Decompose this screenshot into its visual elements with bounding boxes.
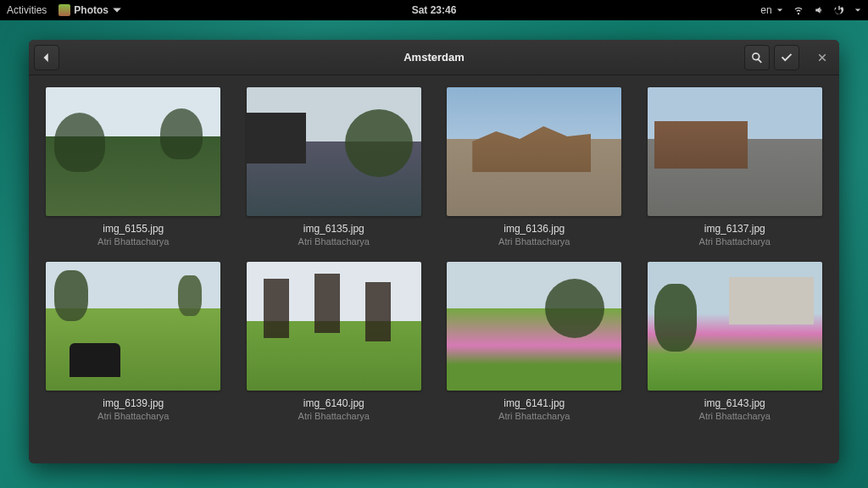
photo-item: img_6136.jpg Atri Bhattacharya [445, 87, 624, 247]
search-icon [751, 52, 763, 64]
checkmark-icon [781, 52, 793, 64]
chevron-down-icon [112, 5, 122, 15]
search-button[interactable] [744, 45, 770, 70]
window-headerbar: Amsterdam [29, 40, 839, 75]
photo-filename: img_6143.jpg [704, 397, 765, 409]
photo-filename: img_6137.jpg [704, 223, 765, 235]
photo-thumbnail[interactable] [247, 262, 421, 391]
volume-icon[interactable] [814, 5, 824, 15]
photo-filename: img_6140.jpg [303, 397, 364, 409]
photo-item: img_6139.jpg Atri Bhattacharya [44, 262, 223, 421]
photos-app-icon [58, 4, 70, 16]
select-button[interactable] [774, 45, 799, 70]
photo-item: img_6141.jpg Atri Bhattacharya [445, 262, 624, 421]
photo-author: Atri Bhattacharya [498, 411, 570, 421]
photo-filename: img_6136.jpg [504, 223, 565, 235]
photo-item: img_6137.jpg Atri Bhattacharya [646, 87, 825, 247]
system-topbar: Activities Photos Sat 23:46 en [0, 0, 868, 20]
photo-author: Atri Bhattacharya [699, 411, 771, 421]
photo-author: Atri Bhattacharya [298, 236, 370, 247]
close-button[interactable] [810, 46, 834, 69]
back-button[interactable] [34, 45, 59, 70]
activities-button[interactable]: Activities [7, 4, 47, 16]
app-menu-label: Photos [74, 4, 108, 16]
power-icon[interactable] [834, 5, 844, 15]
photo-item: img_6155.jpg Atri Bhattacharya [44, 87, 223, 247]
keyboard-lang-indicator[interactable]: en [760, 4, 783, 16]
close-icon [817, 53, 827, 63]
photos-window: Amsterdam img_6155.jpg Atri Bhattacharya… [29, 40, 839, 463]
app-menu[interactable]: Photos [58, 4, 122, 16]
photo-author: Atri Bhattacharya [298, 411, 370, 421]
photo-filename: img_6139.jpg [103, 397, 164, 409]
photo-filename: img_6135.jpg [303, 223, 364, 235]
photo-author: Atri Bhattacharya [699, 236, 771, 247]
clock[interactable]: Sat 23:46 [412, 4, 457, 16]
photo-item: img_6140.jpg Atri Bhattacharya [245, 262, 424, 421]
photo-thumbnail[interactable] [46, 262, 220, 391]
photo-author: Atri Bhattacharya [498, 236, 570, 247]
chevron-left-icon [41, 52, 53, 64]
photo-grid-scroll[interactable]: img_6155.jpg Atri Bhattacharya img_6135.… [29, 75, 839, 463]
chevron-down-icon [776, 7, 783, 14]
photo-thumbnail[interactable] [46, 87, 220, 216]
photo-grid: img_6155.jpg Atri Bhattacharya img_6135.… [44, 87, 824, 421]
photo-thumbnail[interactable] [447, 87, 621, 216]
photo-thumbnail[interactable] [447, 262, 621, 391]
photo-filename: img_6155.jpg [103, 223, 164, 235]
photo-item: img_6135.jpg Atri Bhattacharya [245, 87, 424, 247]
photo-author: Atri Bhattacharya [97, 236, 169, 247]
window-title: Amsterdam [403, 51, 465, 64]
photo-thumbnail[interactable] [247, 87, 421, 216]
chevron-down-icon [854, 7, 861, 14]
wifi-icon[interactable] [793, 5, 804, 15]
photo-thumbnail[interactable] [648, 262, 822, 391]
photo-filename: img_6141.jpg [504, 397, 565, 409]
photo-author: Atri Bhattacharya [97, 411, 169, 421]
photo-thumbnail[interactable] [648, 87, 822, 216]
photo-item: img_6143.jpg Atri Bhattacharya [646, 262, 825, 421]
